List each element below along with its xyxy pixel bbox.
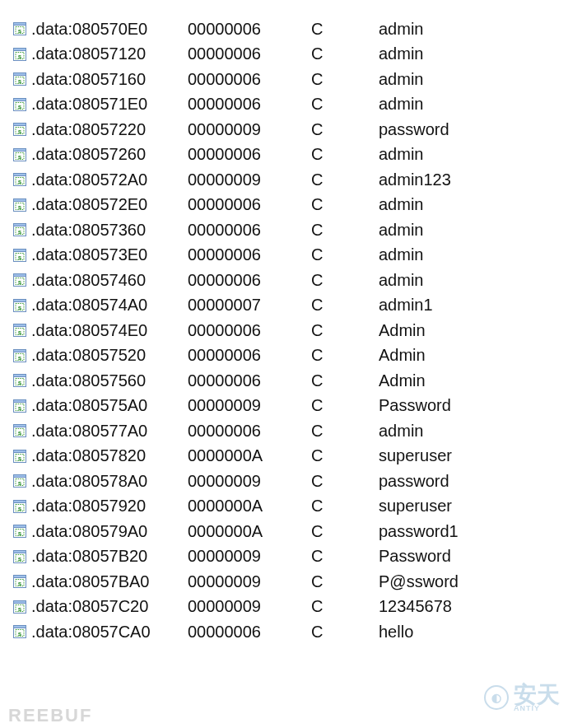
- string-row[interactable]: s .data:080572E000000006Cadmin: [13, 193, 552, 218]
- string-length: 00000009: [188, 120, 311, 139]
- string-row[interactable]: s .data:080574A000000007Cadmin1: [13, 293, 552, 319]
- string-row[interactable]: s .data:080572A000000009Cadmin123: [13, 167, 552, 193]
- svg-text:s: s: [18, 554, 22, 562]
- string-type: C: [311, 446, 379, 465]
- svg-rect-97: [14, 626, 26, 628]
- string-address: .data:08057120: [31, 44, 188, 63]
- string-type: C: [311, 547, 379, 566]
- svg-rect-13: [14, 98, 26, 100]
- string-address: .data:08057CA0: [31, 623, 188, 642]
- string-icon: s: [13, 550, 31, 563]
- string-address: .data:080577A0: [31, 422, 188, 441]
- string-row[interactable]: s .data:080578200000000ACsuperuser: [13, 444, 552, 469]
- string-type: C: [311, 120, 379, 139]
- string-type: C: [311, 95, 379, 114]
- string-type: C: [311, 221, 379, 240]
- svg-text:s: s: [18, 102, 22, 110]
- svg-rect-85: [14, 550, 26, 553]
- string-row[interactable]: s .data:080579A00000000ACpassword1: [13, 519, 552, 544]
- string-row[interactable]: s .data:080574E000000006CAdmin: [13, 318, 552, 343]
- string-icon: s: [13, 173, 31, 186]
- string-row[interactable]: s .data:08057B2000000009CPassword: [13, 544, 552, 570]
- string-type: C: [311, 321, 379, 340]
- string-length: 00000006: [188, 371, 311, 390]
- string-type: C: [311, 346, 379, 365]
- string-row[interactable]: s .data:0805752000000006CAdmin: [13, 343, 552, 369]
- string-length: 00000009: [188, 170, 311, 189]
- string-row[interactable]: s .data:0805756000000006CAdmin: [13, 368, 552, 394]
- string-row[interactable]: s .data:080570E000000006Cadmin: [13, 16, 552, 42]
- svg-rect-93: [14, 600, 26, 603]
- string-value: Admin: [379, 346, 552, 365]
- string-length: 0000000A: [188, 446, 311, 465]
- string-address: .data:08057B20: [31, 547, 188, 566]
- antiy-logo-icon: ◐: [484, 685, 509, 710]
- string-icon: s: [13, 600, 31, 614]
- string-type: C: [311, 195, 379, 214]
- string-value: admin123: [379, 170, 552, 189]
- string-row[interactable]: s .data:0805712000000006Cadmin: [13, 42, 552, 68]
- string-type: C: [311, 422, 379, 441]
- string-length: 00000006: [188, 70, 311, 89]
- string-type: C: [311, 271, 379, 290]
- string-length: 00000006: [188, 271, 311, 290]
- string-icon: s: [13, 374, 31, 387]
- string-value: admin: [379, 245, 552, 264]
- svg-rect-77: [14, 500, 26, 502]
- svg-text:s: s: [18, 454, 22, 461]
- string-length: 00000006: [188, 245, 311, 264]
- string-row[interactable]: s .data:080577A000000006Cadmin: [13, 418, 552, 444]
- svg-rect-25: [14, 174, 26, 176]
- string-type: C: [311, 145, 379, 164]
- string-icon: s: [13, 198, 31, 212]
- string-row[interactable]: s .data:0805726000000006Cadmin: [13, 142, 552, 168]
- string-value: Admin: [379, 321, 552, 340]
- string-length: 00000009: [188, 597, 311, 616]
- svg-text:s: s: [18, 580, 22, 587]
- svg-rect-29: [14, 198, 26, 201]
- string-address: .data:080572E0: [31, 195, 188, 214]
- string-address: .data:08057C20: [31, 597, 188, 616]
- string-value: admin: [379, 195, 552, 214]
- string-row[interactable]: s .data:0805716000000006Cadmin: [13, 67, 552, 92]
- string-address: .data:080570E0: [31, 20, 188, 39]
- svg-text:s: s: [18, 404, 22, 411]
- svg-rect-21: [14, 148, 26, 151]
- string-icon: s: [13, 324, 31, 337]
- svg-text:s: s: [18, 429, 22, 436]
- string-type: C: [311, 472, 379, 491]
- string-row[interactable]: s .data:080579200000000ACsuperuser: [13, 494, 552, 520]
- string-type: C: [311, 396, 379, 415]
- svg-text:s: s: [18, 228, 22, 236]
- string-value: admin: [379, 271, 552, 290]
- string-row[interactable]: s .data:080571E000000006Cadmin: [13, 92, 552, 118]
- string-address: .data:08057460: [31, 271, 188, 290]
- string-row[interactable]: s .data:0805722000000009Cpassword: [13, 117, 552, 142]
- string-row[interactable]: s .data:08057BA000000009CP@ssword: [13, 569, 552, 595]
- string-address: .data:080579A0: [31, 522, 188, 541]
- string-icon: s: [13, 98, 31, 111]
- string-address: .data:08057160: [31, 70, 188, 89]
- svg-rect-69: [14, 450, 26, 452]
- svg-text:s: s: [18, 278, 22, 286]
- svg-text:s: s: [18, 604, 22, 612]
- string-row[interactable]: s .data:0805736000000006Cadmin: [13, 217, 552, 243]
- svg-text:s: s: [18, 530, 22, 537]
- string-value: admin: [379, 221, 552, 240]
- string-length: 00000006: [188, 623, 311, 642]
- string-length: 00000006: [188, 95, 311, 114]
- string-row[interactable]: s .data:0805746000000006Cadmin: [13, 268, 552, 293]
- string-row[interactable]: s .data:08057CA000000006Chello: [13, 619, 552, 645]
- string-length: 0000000A: [188, 522, 311, 541]
- strings-list: s .data:080570E000000006Cadmin s .data:0…: [13, 16, 552, 645]
- string-icon: s: [13, 525, 31, 538]
- svg-rect-1: [14, 23, 26, 26]
- string-address: .data:08057BA0: [31, 572, 188, 591]
- string-length: 00000006: [188, 145, 311, 164]
- string-row[interactable]: s .data:08057C2000000009C12345678: [13, 595, 552, 620]
- string-row[interactable]: s .data:080573E000000006Cadmin: [13, 243, 552, 268]
- string-icon: s: [13, 625, 31, 638]
- string-row[interactable]: s .data:080575A000000009CPassword: [13, 394, 552, 419]
- string-row[interactable]: s .data:080578A000000009Cpassword: [13, 469, 552, 494]
- string-value: admin: [379, 422, 552, 441]
